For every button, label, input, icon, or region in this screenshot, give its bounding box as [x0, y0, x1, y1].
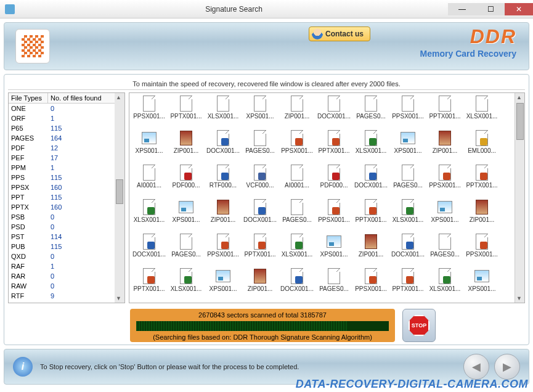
- file-item[interactable]: PAGES0...: [168, 232, 205, 267]
- col-file-types[interactable]: File Types: [9, 93, 48, 103]
- file-item[interactable]: PPSX001...: [426, 163, 463, 198]
- file-item[interactable]: PPTX001...: [426, 94, 463, 129]
- file-item[interactable]: PPSX001...: [352, 267, 389, 301]
- file-item[interactable]: PPSX001...: [131, 94, 168, 129]
- file-item[interactable]: XPS001...: [463, 267, 500, 301]
- file-item[interactable]: PPSX001...: [463, 232, 500, 267]
- file-item[interactable]: VCF000...: [242, 163, 279, 198]
- file-item[interactable]: XPS001...: [205, 267, 242, 301]
- file-item[interactable]: PPTX001...: [242, 232, 279, 267]
- file-item[interactable]: XLSX001...: [205, 94, 242, 129]
- table-row[interactable]: RAW0: [9, 281, 115, 291]
- table-row[interactable]: PPT115: [9, 192, 115, 202]
- file-item[interactable]: PPTX001...: [352, 198, 389, 232]
- file-item[interactable]: PAGES0...: [426, 232, 463, 267]
- file-item[interactable]: XPS001...: [131, 129, 168, 163]
- file-item[interactable]: PDF000...: [315, 163, 352, 198]
- col-files-found[interactable]: No. of files found: [48, 93, 115, 103]
- file-item[interactable]: ZIP001...: [168, 129, 205, 163]
- file-item[interactable]: ZIP001...: [426, 129, 463, 163]
- file-item[interactable]: ZIP001...: [279, 94, 315, 129]
- file-icon: [177, 199, 195, 216]
- file-item[interactable]: XLSX001...: [168, 267, 205, 301]
- file-item[interactable]: PPSX001...: [279, 129, 315, 163]
- file-item[interactable]: XLSX001...: [389, 198, 426, 232]
- file-label: PPSX001...: [392, 113, 424, 120]
- file-item[interactable]: DOCX001...: [315, 94, 352, 129]
- file-item[interactable]: XLSX001...: [279, 232, 315, 267]
- file-item[interactable]: ZIP001...: [352, 232, 389, 267]
- table-row[interactable]: PPSX160: [9, 182, 115, 192]
- file-item[interactable]: PPTX001...: [315, 129, 352, 163]
- file-item[interactable]: PDF000...: [168, 163, 205, 198]
- file-item[interactable]: PPTX001...: [168, 94, 205, 129]
- table-row[interactable]: PPS115: [9, 173, 115, 182]
- file-item[interactable]: DOCX001...: [389, 232, 426, 267]
- file-item[interactable]: DOCX001...: [205, 129, 242, 163]
- maximize-button[interactable]: ☐: [476, 3, 505, 15]
- file-icon: [140, 199, 158, 216]
- stop-button[interactable]: STOP: [402, 309, 436, 342]
- file-icon: [288, 234, 306, 251]
- table-row[interactable]: QXD0: [9, 251, 115, 261]
- table-row[interactable]: PST114: [9, 232, 115, 242]
- file-item[interactable]: EML000...: [463, 129, 500, 163]
- file-item[interactable]: PAGES0...: [315, 267, 352, 301]
- file-item[interactable]: PPTX001...: [131, 267, 168, 301]
- file-item[interactable]: ZIP001...: [205, 198, 242, 232]
- file-item[interactable]: DOCX001...: [279, 267, 315, 301]
- file-item[interactable]: DOCX001...: [242, 198, 279, 232]
- file-item[interactable]: XPS001...: [315, 232, 352, 267]
- file-item[interactable]: PAGES0...: [389, 163, 426, 198]
- table-row[interactable]: PPM1: [9, 163, 115, 173]
- file-item[interactable]: XPS001...: [168, 198, 205, 232]
- file-item[interactable]: PPTX001...: [463, 163, 500, 198]
- file-item[interactable]: AI0001...: [131, 163, 168, 198]
- table-row[interactable]: PEF17: [9, 153, 115, 163]
- file-icon: [399, 234, 417, 251]
- next-button[interactable]: ▶: [494, 354, 520, 380]
- file-item[interactable]: RTF000...: [205, 163, 242, 198]
- table-row[interactable]: RAF1: [9, 261, 115, 271]
- table-row[interactable]: PAGES164: [9, 133, 115, 143]
- file-item[interactable]: PPTX001...: [389, 267, 426, 301]
- table-row[interactable]: PPTX160: [9, 202, 115, 212]
- file-item[interactable]: XPS001...: [426, 198, 463, 232]
- file-item[interactable]: PPSX001...: [389, 94, 426, 129]
- table-row[interactable]: PUB115: [9, 242, 115, 251]
- table-row[interactable]: P65115: [9, 123, 115, 133]
- table-row[interactable]: ORF1: [9, 113, 115, 123]
- file-item[interactable]: XPS001...: [389, 129, 426, 163]
- file-item[interactable]: PPSX001...: [205, 232, 242, 267]
- file-item[interactable]: XPS001...: [242, 94, 279, 129]
- file-item[interactable]: PAGES0...: [279, 198, 315, 232]
- file-item[interactable]: ZIP001...: [463, 198, 500, 232]
- left-scrollbar[interactable]: [115, 93, 124, 303]
- footer-text: To Stop recovery, click on 'Stop' Button…: [40, 363, 456, 370]
- file-item[interactable]: ZIP001...: [242, 267, 279, 301]
- close-button[interactable]: ✕: [505, 3, 533, 15]
- file-item[interactable]: DOCX001...: [131, 232, 168, 267]
- file-item[interactable]: XLSX001...: [463, 94, 500, 129]
- table-row[interactable]: RW21: [9, 301, 115, 303]
- file-item[interactable]: PPSX001...: [315, 198, 352, 232]
- file-item[interactable]: DOCX001...: [352, 163, 389, 198]
- contact-us-button[interactable]: Contact us: [309, 27, 370, 41]
- back-button[interactable]: ◀: [463, 354, 489, 380]
- file-item[interactable]: PAGES0...: [242, 129, 279, 163]
- file-icon: [140, 165, 158, 182]
- file-icon: [473, 130, 490, 147]
- table-row[interactable]: PSB0: [9, 212, 115, 222]
- table-row[interactable]: PDF12: [9, 143, 115, 153]
- file-item[interactable]: XLSX001...: [426, 267, 463, 301]
- minimize-button[interactable]: —: [448, 3, 476, 15]
- right-scrollbar[interactable]: [515, 93, 524, 303]
- table-row[interactable]: PSD0: [9, 222, 115, 232]
- file-item[interactable]: PAGES0...: [352, 94, 389, 129]
- file-item[interactable]: XLSX001...: [352, 129, 389, 163]
- table-row[interactable]: ONE0: [9, 104, 115, 113]
- table-row[interactable]: RTF9: [9, 291, 115, 301]
- file-item[interactable]: XLSX001...: [131, 198, 168, 232]
- file-item[interactable]: AI0001...: [279, 163, 315, 198]
- table-row[interactable]: RAR0: [9, 271, 115, 281]
